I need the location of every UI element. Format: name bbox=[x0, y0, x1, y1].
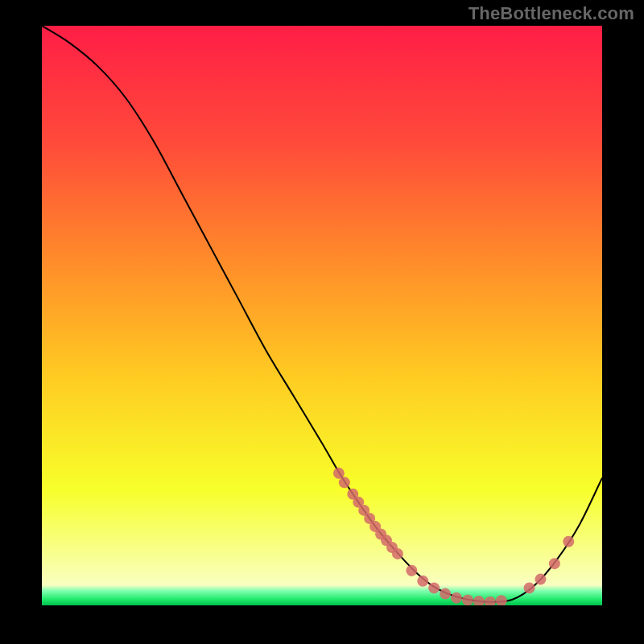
gradient-background bbox=[42, 26, 602, 605]
plot-area bbox=[42, 26, 602, 605]
data-point bbox=[392, 548, 403, 559]
data-point bbox=[428, 582, 440, 593]
data-point bbox=[406, 565, 417, 576]
watermark-text: TheBottleneck.com bbox=[469, 3, 634, 24]
data-point bbox=[440, 588, 451, 600]
chart-svg bbox=[42, 26, 602, 605]
data-point bbox=[462, 595, 473, 605]
data-point bbox=[524, 582, 535, 593]
chart-frame: TheBottleneck.com bbox=[0, 0, 644, 644]
data-point bbox=[339, 477, 350, 488]
data-point bbox=[535, 574, 546, 585]
data-point bbox=[563, 536, 574, 547]
data-point bbox=[417, 576, 428, 587]
data-point bbox=[549, 558, 560, 569]
data-point bbox=[451, 592, 462, 604]
